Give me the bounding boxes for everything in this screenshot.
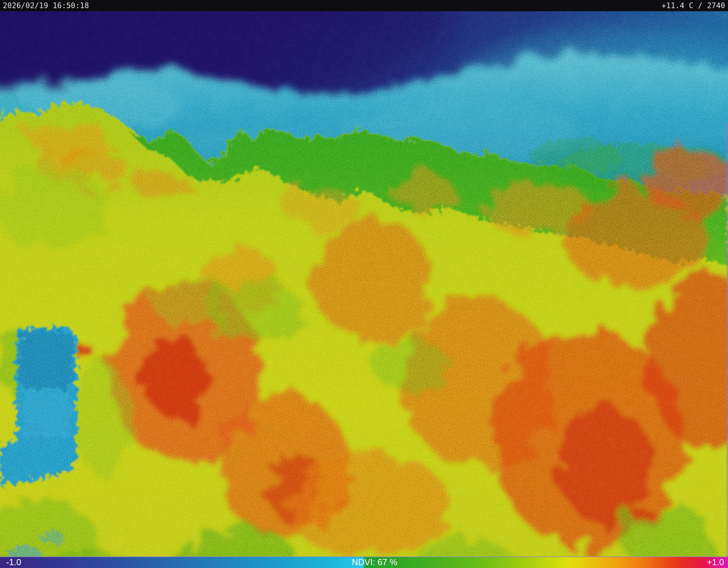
ndvi-camera-screen: 2026/02/19 16:50:18 +11.4 C / 2740 <box>0 0 728 568</box>
ndvi-colorbar: -1.0 NDVI: 67 % +1.0 <box>0 556 728 568</box>
colorbar-ndvi-label: NDVI: 67 % <box>352 557 397 567</box>
colorbar-max-label: +1.0 <box>707 557 724 567</box>
ndvi-false-color-image <box>0 11 728 556</box>
osd-topbar: 2026/02/19 16:50:18 +11.4 C / 2740 <box>0 0 728 11</box>
colorbar-min-label: -1.0 <box>6 557 21 567</box>
noise-overlay-coarse <box>0 11 728 556</box>
temperature-frame-label: +11.4 C / 2740 <box>662 1 725 10</box>
timestamp-label: 2026/02/19 16:50:18 <box>3 1 89 10</box>
ndvi-scene-svg <box>0 11 728 556</box>
